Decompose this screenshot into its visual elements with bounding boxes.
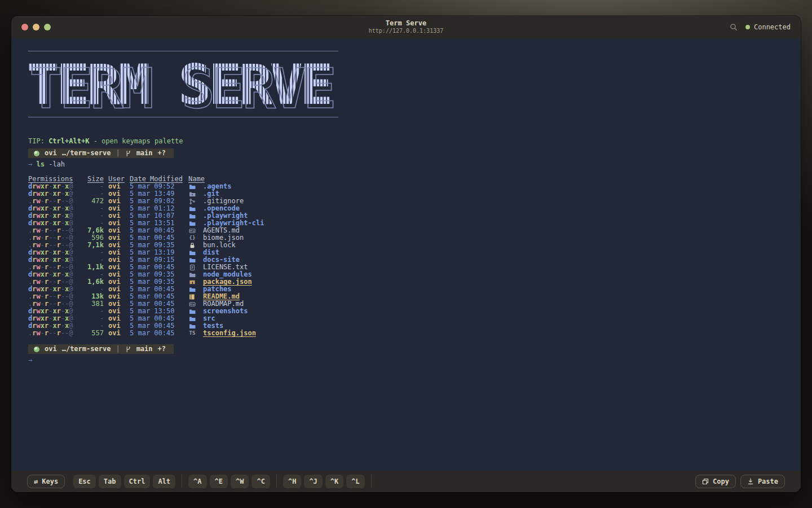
file-date: 5 mar 00:45 (130, 330, 184, 337)
key-button-ctrl-h[interactable]: ^H (283, 475, 301, 488)
folder-icon (188, 213, 196, 220)
key-button-ctrl-e[interactable]: ^E (210, 475, 228, 488)
modifier-keys-group: EscTabCtrlAlt (73, 475, 175, 488)
file-name: package.json (203, 278, 801, 286)
key-button-alt[interactable]: Alt (153, 475, 175, 488)
file-name: tests (203, 322, 801, 330)
key-button-esc[interactable]: Esc (73, 475, 96, 488)
column-header: Name (188, 176, 801, 183)
file-name: screenshots (203, 308, 801, 315)
key-button-ctrl-l[interactable]: ^L (346, 475, 364, 488)
doc-icon (188, 264, 196, 271)
prompt-branch: main (136, 150, 153, 157)
file-name: ROADMAP.md (203, 300, 801, 308)
key-button-ctrl-w[interactable]: ^W (231, 475, 249, 488)
paste-button-label: Paste (758, 478, 778, 485)
file-name: node_modules (203, 271, 801, 278)
toolbar-divider (276, 475, 277, 488)
logo-rule-top (28, 51, 338, 51)
file-name: .git (203, 190, 801, 198)
toolbar-divider (371, 475, 372, 488)
npm-icon (188, 279, 196, 286)
paste-icon (747, 478, 754, 485)
prompt-arrow: → (28, 356, 32, 364)
minimize-button[interactable] (33, 24, 39, 30)
zoom-button[interactable] (44, 24, 51, 30)
prompt-user: ovi (45, 345, 57, 353)
folder-icon (188, 257, 196, 264)
key-button-ctrl-j[interactable]: ^J (304, 475, 322, 488)
file-name: .opencode (203, 205, 801, 212)
folder-npm-icon (188, 271, 196, 278)
ctrl-keys-group-1: ^A^E^W^C (188, 475, 270, 488)
folder-icon (188, 249, 196, 256)
ctrl-keys-group-2: ^H^J^K^L (283, 475, 365, 488)
folder-icon (188, 205, 196, 212)
logo-rule-bottom (28, 117, 338, 117)
prompt-separator: | (116, 345, 120, 353)
file-name: .playwright (203, 212, 801, 220)
tip-hotkey: Ctrl+Alt+K (48, 137, 89, 145)
key-button-ctrl-c[interactable]: ^C (251, 475, 270, 488)
markdown-icon (188, 227, 196, 234)
bottom-toolbar: ⇄ Keys EscTabCtrlAlt ^A^E^W^C ^H^J^K^L C… (11, 471, 801, 492)
toolbar-divider (182, 475, 182, 488)
file-name: patches (203, 286, 801, 293)
server-url: http://127.0.0.1:31337 (369, 28, 443, 35)
file-listing-rows: drwxr-xr-x@-ovi5 mar 09:52.agentsdrwxr-x… (28, 183, 801, 337)
prompt-separator: | (116, 150, 120, 157)
os-icon (34, 151, 39, 156)
prompt-git-flags: +? (158, 345, 166, 353)
file-name: AGENTS.md (203, 227, 801, 234)
ts-icon: TS (188, 330, 196, 337)
file-name: bun.lock (203, 242, 801, 249)
prompt-branch: main (136, 345, 153, 353)
markdown-icon (188, 301, 196, 308)
prompt-user: ovi (45, 150, 57, 157)
app-window: Term Serve http://127.0.0.1:31337 Connec… (11, 16, 801, 492)
key-button-ctrl-a[interactable]: ^A (188, 475, 206, 488)
connection-status-label: Connected (754, 23, 791, 31)
prompt-git-flags: +? (158, 150, 166, 157)
connection-status: Connected (745, 23, 791, 31)
folder-icon (188, 323, 196, 330)
key-button-ctrl-k[interactable]: ^K (325, 475, 343, 488)
folder-icon (188, 183, 196, 190)
copy-button-label: Copy (713, 478, 729, 485)
folder-icon (188, 220, 196, 227)
copy-icon (702, 478, 709, 485)
git-icon (188, 198, 196, 205)
file-name: biome.json (203, 234, 801, 242)
ascii-logo: TERM SERVE (26, 57, 330, 112)
keys-button-label: Keys (42, 478, 58, 485)
folder-icon (188, 286, 196, 293)
folder-icon (188, 316, 196, 322)
command-name: ls (36, 160, 44, 168)
close-button[interactable] (21, 24, 28, 30)
file-user: ovi (108, 330, 125, 337)
key-button-ctrl[interactable]: Ctrl (124, 475, 151, 488)
git-branch-icon (125, 346, 131, 353)
table-row: .rw-r--r--@557ovi5 mar 00:45TStsconfig.j… (28, 330, 801, 337)
prompt-path: …/term-serve (62, 345, 111, 353)
terminal-screen[interactable]: TERM SERVE TIP: Ctrl+Alt+K - open keymap… (11, 38, 801, 471)
file-name: .agents (203, 183, 801, 190)
prompt-bar: ovi …/term-serve | main +? (28, 148, 174, 158)
copy-button[interactable]: Copy (695, 475, 736, 488)
paste-button[interactable]: Paste (740, 475, 785, 488)
keys-button[interactable]: ⇄ Keys (27, 475, 65, 488)
key-button-tab[interactable]: Tab (99, 475, 121, 488)
file-listing: PermissionsSizeUserDate ModifiedName drw… (28, 176, 801, 337)
folder-git-icon (188, 191, 196, 198)
window-title: Term Serve (369, 19, 443, 28)
git-branch-icon (125, 150, 131, 157)
braces-icon: {} (188, 235, 196, 242)
traffic-lights (21, 24, 51, 30)
input-line[interactable]: → (28, 357, 801, 364)
file-name: LICENSE.txt (203, 264, 801, 271)
file-size: 557 (80, 330, 104, 337)
search-icon[interactable] (730, 23, 738, 31)
command-line: → ls -lah (28, 161, 801, 168)
command-args: -lah (48, 160, 65, 168)
tip-line: TIP: Ctrl+Alt+K - open keymaps palette (28, 138, 801, 145)
